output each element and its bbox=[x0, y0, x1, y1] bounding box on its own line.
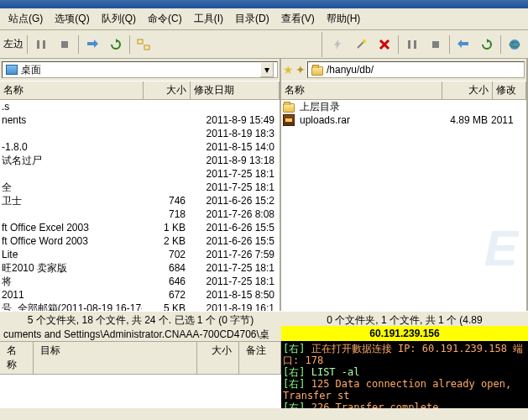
svg-rect-3 bbox=[138, 39, 143, 44]
col-date[interactable]: 修改日期 bbox=[191, 81, 280, 99]
local-fullpath: cuments and Settings\Administrator.CNAAA… bbox=[0, 326, 281, 341]
remote-status: 0 个文件夹, 1 个文件, 共 1 个 (4.89 bbox=[281, 311, 528, 326]
remote-header: 名称 大小 修改 bbox=[281, 81, 526, 100]
list-item[interactable]: 全2011-7-25 18:1 bbox=[0, 181, 280, 194]
svg-point-6 bbox=[363, 39, 366, 43]
pause-icon[interactable] bbox=[31, 34, 51, 55]
remote-pane: ★ ✦ /hanyu/db/ 名称 大小 修改 E 上层目录uploads.ra… bbox=[281, 59, 528, 311]
local-filelist: .snents2011-8-9 15:492011-8-19 18:3-1.8.… bbox=[0, 100, 280, 311]
col-name-r[interactable]: 名称 bbox=[281, 81, 442, 99]
svg-rect-0 bbox=[37, 40, 39, 49]
menu-view[interactable]: 查看(V) bbox=[276, 10, 320, 28]
refresh-right-icon[interactable] bbox=[477, 34, 497, 55]
list-item[interactable]: -1.8.02011-8-15 14:0 bbox=[0, 140, 280, 154]
disconnect-icon[interactable] bbox=[374, 34, 395, 55]
tab-target[interactable]: 目标 bbox=[34, 342, 197, 374]
dropdown-icon[interactable]: ▾ bbox=[260, 62, 274, 77]
menu-directory[interactable]: 目录(D) bbox=[230, 10, 274, 28]
pause-right-icon[interactable] bbox=[402, 34, 422, 55]
menu-site[interactable]: 站点(G) bbox=[3, 10, 48, 28]
transfer-icon[interactable] bbox=[82, 34, 102, 55]
tab-remark[interactable]: 备注 bbox=[239, 342, 281, 374]
list-item[interactable]: 2011-8-19 18:3 bbox=[0, 127, 280, 140]
log-panel: [右] 正在打开數据连接 IP: 60.191.239.158 端口: 178[… bbox=[281, 341, 528, 408]
menu-queue[interactable]: 队列(Q) bbox=[97, 10, 141, 28]
list-item[interactable]: 试名过尸2011-8-9 13:18 bbox=[0, 154, 280, 167]
list-item[interactable]: Lite7022011-7-26 7:59 bbox=[0, 248, 280, 261]
svg-rect-1 bbox=[43, 40, 45, 49]
menu-options[interactable]: 选项(Q) bbox=[50, 10, 94, 28]
menu-tools[interactable]: 工具(I) bbox=[189, 10, 228, 28]
list-item[interactable]: uploads.rar4.89 MB2011 bbox=[281, 113, 526, 127]
menu-help[interactable]: 帮助(H) bbox=[322, 10, 366, 28]
transfer-right-icon[interactable] bbox=[453, 34, 473, 55]
list-item[interactable]: 将6462011-7-25 18:1 bbox=[0, 275, 280, 288]
up-folder-icon bbox=[283, 103, 295, 113]
desktop-icon bbox=[6, 65, 18, 75]
ip-highlight: 60.191.239.156 bbox=[281, 326, 528, 341]
svg-rect-9 bbox=[408, 40, 410, 49]
list-item[interactable]: 2011-7-25 18:1 bbox=[0, 167, 280, 181]
toolbar: 左边 bbox=[0, 30, 528, 59]
list-item[interactable]: .s bbox=[0, 100, 280, 113]
svg-point-12 bbox=[510, 39, 520, 50]
toolbar-label: 左边 bbox=[3, 37, 24, 51]
svg-rect-10 bbox=[414, 40, 416, 49]
stop-icon[interactable] bbox=[55, 34, 75, 55]
remote-filelist: E 上层目录uploads.rar4.89 MB2011 bbox=[281, 100, 526, 311]
col-size-r[interactable]: 大小 bbox=[442, 81, 493, 99]
col-date-r[interactable]: 修改 bbox=[493, 81, 526, 99]
queue-tabs: 名称 目标 大小 备注 bbox=[0, 341, 281, 374]
folder-tree-icon[interactable] bbox=[133, 34, 154, 55]
local-status: 5 个文件夹, 18 个文件, 共 24 个. 已选 1 个 (0 字节) bbox=[0, 311, 281, 326]
queue-list bbox=[0, 374, 281, 408]
stop-right-icon[interactable] bbox=[426, 34, 446, 55]
refresh-icon[interactable] bbox=[106, 34, 126, 55]
folder-icon bbox=[311, 66, 323, 76]
list-item[interactable]: nents2011-8-9 15:49 bbox=[0, 113, 280, 127]
list-item[interactable]: 旺2010 卖家版6842011-7-25 18:1 bbox=[0, 261, 280, 275]
tab-name[interactable]: 名称 bbox=[0, 342, 34, 374]
list-item[interactable]: 上层目录 bbox=[281, 100, 526, 113]
rar-icon bbox=[283, 114, 295, 126]
list-item[interactable]: 卫士7462011-6-26 15:2 bbox=[0, 194, 280, 207]
svg-line-5 bbox=[358, 42, 363, 48]
col-name[interactable]: 名称 bbox=[0, 81, 144, 99]
list-item[interactable]: 号_全部邮箱(2011-08-19 16-17-29).txt5 KB2011-… bbox=[0, 302, 280, 311]
lightning-icon[interactable] bbox=[327, 34, 348, 55]
list-item[interactable]: ft Office Excel 20031 KB2011-6-26 15:5 bbox=[0, 221, 280, 234]
remote-path-input[interactable]: /hanyu/db/ bbox=[307, 61, 525, 78]
favorite-icon[interactable]: ★ bbox=[283, 63, 294, 76]
menubar: 站点(G) 选项(Q) 队列(Q) 命令(C) 工具(I) 目录(D) 查看(V… bbox=[0, 8, 528, 30]
list-item[interactable]: 20116722011-8-15 8:50 bbox=[0, 288, 280, 302]
tab-size[interactable]: 大小 bbox=[197, 342, 239, 374]
col-size[interactable]: 大小 bbox=[144, 81, 191, 99]
local-header: 名称 大小 修改日期 bbox=[0, 81, 280, 100]
list-item[interactable]: ft Office Word 20032 KB2011-6-26 15:5 bbox=[0, 234, 280, 248]
local-path-input[interactable]: 桌面 ▾ bbox=[2, 61, 278, 78]
list-item[interactable]: 7182011-7-26 8:08 bbox=[0, 207, 280, 221]
wand-icon[interactable] bbox=[351, 34, 371, 55]
local-pane: 桌面 ▾ 名称 大小 修改日期 .snents2011-8-9 15:49201… bbox=[0, 59, 281, 311]
svg-rect-4 bbox=[144, 45, 149, 50]
svg-rect-2 bbox=[61, 41, 68, 48]
star-icon[interactable]: ✦ bbox=[295, 63, 306, 76]
globe-icon[interactable] bbox=[504, 34, 525, 55]
menu-command[interactable]: 命令(C) bbox=[143, 10, 187, 28]
svg-rect-11 bbox=[432, 41, 439, 48]
